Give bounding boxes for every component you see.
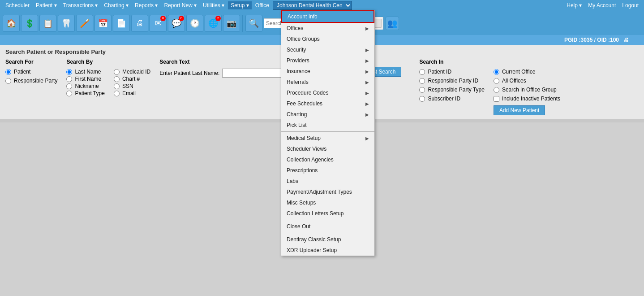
search-by-firstname-radio[interactable] [66, 76, 72, 82]
add-new-patient-button[interactable]: Add New Patient [494, 105, 545, 115]
toolbar-clock-icon[interactable]: 🕐 [186, 15, 203, 32]
fee-schedules-arrow-icon: ▶ [365, 101, 369, 106]
search-in-alloffices-radio[interactable] [494, 78, 499, 84]
search-in-responsibleid-label: Responsible Party ID [428, 78, 478, 84]
nav-transactions[interactable]: Transactions ▾ [60, 1, 101, 9]
menu-security-label: Security [287, 47, 306, 53]
search-in-officegroup-radio[interactable] [494, 87, 499, 93]
menu-offices[interactable]: Offices ▶ [281, 23, 374, 34]
menu-account-info[interactable]: Account Info [281, 10, 374, 23]
menu-providers[interactable]: Providers ▶ [281, 55, 374, 66]
search-by-firstname[interactable]: First Name [66, 76, 105, 82]
nav-patient[interactable]: Patient ▾ [33, 1, 60, 9]
search-in-right: Current Office All Offices Search in Off… [494, 59, 560, 115]
search-in-patientid-radio[interactable] [419, 69, 425, 75]
search-by-label: Search By [66, 59, 150, 65]
search-in-currentoffice-radio[interactable] [494, 69, 499, 75]
office-select[interactable]: Johnson Dental Health Cen [273, 1, 352, 10]
nav-setup[interactable]: Setup ▾ [228, 1, 252, 9]
menu-offices-label: Offices [287, 25, 303, 31]
search-by-lastname[interactable]: Last Name [66, 69, 105, 75]
nav-utilities[interactable]: Utilities ▾ [200, 1, 227, 9]
search-in-alloffices-label: All Offices [502, 78, 526, 84]
search-person-icon[interactable]: 👥 [386, 17, 399, 30]
toolbar-dollar-icon[interactable]: 💲 [21, 15, 38, 32]
nav-my-account[interactable]: My Account [585, 1, 618, 9]
search-for-responsible-radio[interactable] [5, 78, 11, 84]
search-in-subscriberid-radio[interactable] [419, 96, 425, 102]
chat-badge: 0 [179, 16, 184, 21]
toolbar-search-icon[interactable]: 🔍 [245, 15, 262, 32]
nav-help[interactable]: Help ▾ [564, 1, 584, 9]
search-in-officegroup-label: Search in Office Group [502, 87, 557, 93]
search-for-patient-label: Patient [14, 69, 30, 75]
menu-office-groups-label: Office Groups [287, 36, 320, 42]
search-by-email[interactable]: Email [114, 90, 150, 96]
toolbar-clipboard-icon[interactable]: 📋 [39, 15, 56, 32]
search-in-alloffices[interactable]: All Offices [494, 78, 560, 84]
search-in-responsibletype[interactable]: Responsible Party Type [419, 87, 485, 93]
nav-charting[interactable]: Charting ▾ [101, 1, 131, 9]
menu-fee-schedules[interactable]: Fee Schedules ▶ [281, 98, 374, 109]
nav-scheduler[interactable]: Scheduler [3, 1, 32, 9]
search-in-subscriberid[interactable]: Subscriber ID [419, 96, 485, 102]
search-in-responsibleid[interactable]: Responsible Party ID [419, 78, 485, 84]
search-for-responsible-row[interactable]: Responsible Party [5, 78, 57, 84]
search-in-patientid[interactable]: Patient ID [419, 69, 485, 75]
search-by-chart[interactable]: Chart # [114, 76, 150, 82]
menu-charting-label: Charting [287, 111, 307, 118]
search-by-ssn[interactable]: SSN [114, 83, 150, 89]
search-by-medicaid[interactable]: Medicaid ID [114, 69, 150, 75]
search-for-patient-row[interactable]: Patient [5, 69, 57, 75]
toolbar-printer-icon[interactable]: 🖨 [131, 15, 148, 32]
search-by-patienttype[interactable]: Patient Type [66, 90, 105, 96]
search-in-responsibletype-label: Responsible Party Type [428, 87, 485, 93]
nav-logout[interactable]: Logout [619, 1, 641, 9]
toolbar-home-icon[interactable]: 🏠 [3, 15, 20, 32]
nav-reports[interactable]: Reports ▾ [132, 1, 160, 9]
print-icon[interactable]: 🖨 [623, 37, 629, 43]
search-by-lastname-radio[interactable] [66, 69, 72, 75]
search-in-currentoffice[interactable]: Current Office [494, 69, 560, 75]
search-by-patienttype-radio[interactable] [66, 91, 72, 96]
search-by-section: Search By Last Name First Name Nickname [66, 59, 150, 97]
nav-office[interactable]: Office [253, 1, 272, 9]
search-in-patientid-label: Patient ID [428, 69, 451, 75]
search-in-responsibletype-radio[interactable] [419, 87, 425, 93]
search-in-subscriberid-label: Subscriber ID [428, 96, 460, 102]
menu-pick-list[interactable]: Pick List [281, 120, 374, 122]
search-in-label: Search In [419, 59, 485, 65]
menu-security[interactable]: Security ▶ [281, 44, 374, 55]
toolbar-calendar-icon[interactable]: 📅 [94, 15, 112, 32]
toolbar-envelope-icon[interactable]: ✉ 0 [150, 15, 167, 32]
search-in-inactive-checkbox[interactable] [494, 96, 499, 102]
nav-report-new[interactable]: Report New ▾ [161, 1, 199, 9]
toolbar-list-icon[interactable]: 📄 [113, 15, 130, 32]
search-by-ssn-radio[interactable] [114, 83, 120, 89]
toolbar-tooth2-icon[interactable]: 🪥 [76, 15, 93, 32]
search-by-nickname-radio[interactable] [66, 83, 72, 89]
menu-office-groups[interactable]: Office Groups [281, 34, 374, 44]
search-by-medicaid-radio[interactable] [114, 69, 120, 75]
search-for-patient-radio[interactable] [5, 69, 11, 75]
search-in-inactive[interactable]: Include Inactive Patients [494, 96, 560, 102]
toolbar-tooth-icon[interactable]: 🦷 [58, 15, 75, 32]
menu-charting[interactable]: Charting ▶ [281, 109, 374, 120]
menu-insurance[interactable]: Insurance ▶ [281, 66, 374, 77]
menu-referrals[interactable]: Referrals ▶ [281, 77, 374, 87]
toolbar-chat-icon[interactable]: 💬 0 [168, 15, 185, 32]
search-in-officegroup[interactable]: Search in Office Group [494, 87, 560, 93]
menu-procedure-codes-label: Procedure Codes [287, 90, 328, 96]
menu-account-info-label: Account Info [288, 13, 318, 20]
menu-procedure-codes[interactable]: Procedure Codes ▶ [281, 87, 374, 98]
toolbar-camera-icon[interactable]: 📷 [223, 15, 240, 32]
toolbar-globe-icon[interactable]: 🌐 2 [205, 15, 222, 32]
search-for-label: Search For [5, 59, 57, 65]
search-in-responsibleid-radio[interactable] [419, 78, 425, 84]
security-arrow-icon: ▶ [365, 48, 369, 52]
search-by-chart-radio[interactable] [114, 76, 120, 82]
search-by-nickname[interactable]: Nickname [66, 83, 105, 89]
search-in-right-spacer [494, 59, 560, 65]
search-by-email-radio[interactable] [114, 91, 120, 96]
search-by-firstname-label: First Name [75, 76, 101, 82]
